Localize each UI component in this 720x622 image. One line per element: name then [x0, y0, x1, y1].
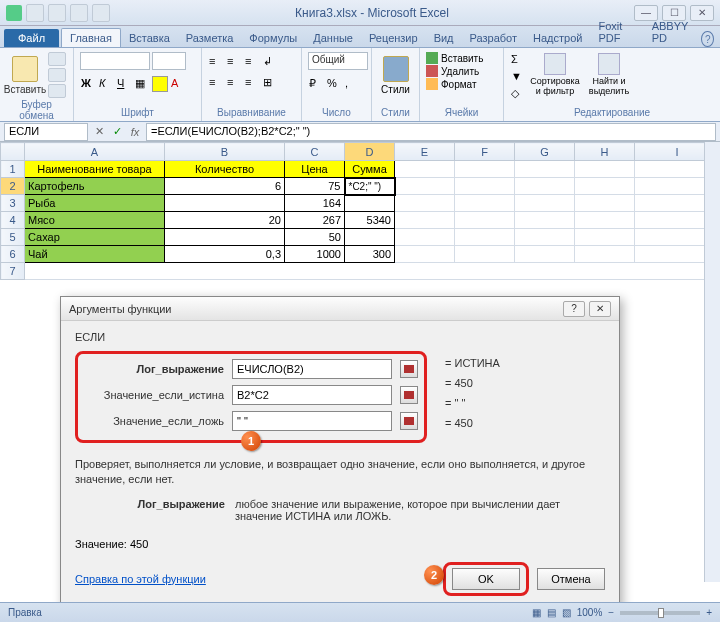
- formula-input[interactable]: =ЕСЛИ(ЕЧИСЛО(B2);B2*C2;" "): [146, 123, 716, 141]
- cell[interactable]: [395, 195, 455, 212]
- tab-abbyy[interactable]: ABBYY PD: [644, 17, 702, 47]
- cell[interactable]: 50: [285, 229, 345, 246]
- cell[interactable]: [165, 229, 285, 246]
- cell[interactable]: [165, 195, 285, 212]
- align-top-icon[interactable]: ≡: [208, 54, 224, 70]
- qat-customize-icon[interactable]: [92, 4, 110, 22]
- autosum-icon[interactable]: Σ: [510, 52, 526, 68]
- align-left-icon[interactable]: ≡: [208, 75, 224, 91]
- zoom-level[interactable]: 100%: [577, 607, 603, 618]
- comma-icon[interactable]: ,: [344, 76, 360, 92]
- cell[interactable]: [455, 161, 515, 178]
- align-center-icon[interactable]: ≡: [226, 75, 242, 91]
- dialog-titlebar[interactable]: Аргументы функции ? ✕: [61, 297, 619, 321]
- fill-icon[interactable]: ▼: [510, 69, 526, 85]
- header-cell[interactable]: Количество: [165, 161, 285, 178]
- cell[interactable]: [395, 178, 455, 195]
- merge-icon[interactable]: ⊞: [262, 75, 278, 91]
- row-header[interactable]: 2: [1, 178, 25, 195]
- zoom-in-button[interactable]: +: [706, 607, 712, 618]
- cell[interactable]: [395, 229, 455, 246]
- tab-insert[interactable]: Вставка: [121, 29, 178, 47]
- col-header-E[interactable]: E: [395, 143, 455, 161]
- tab-home[interactable]: Главная: [61, 28, 121, 47]
- cell[interactable]: 300: [345, 246, 395, 263]
- cell[interactable]: Мясо: [25, 212, 165, 229]
- cell[interactable]: [575, 161, 635, 178]
- col-header-C[interactable]: C: [285, 143, 345, 161]
- cell[interactable]: [515, 246, 575, 263]
- row-header[interactable]: 6: [1, 246, 25, 263]
- font-size-input[interactable]: [152, 52, 186, 70]
- currency-icon[interactable]: ₽: [308, 76, 324, 92]
- cell[interactable]: 0,3: [165, 246, 285, 263]
- cell[interactable]: [345, 229, 395, 246]
- cell[interactable]: 20: [165, 212, 285, 229]
- paste-button[interactable]: Вставить: [6, 52, 44, 98]
- qat-redo-icon[interactable]: [70, 4, 88, 22]
- tab-addins[interactable]: Надстрой: [525, 29, 590, 47]
- help-icon[interactable]: ?: [701, 31, 714, 47]
- cancel-formula-icon[interactable]: ✕: [92, 125, 106, 139]
- view-break-icon[interactable]: ▧: [562, 607, 571, 618]
- tab-foxit[interactable]: Foxit PDF: [590, 17, 643, 47]
- col-header-H[interactable]: H: [575, 143, 635, 161]
- cell[interactable]: 75: [285, 178, 345, 195]
- tab-review[interactable]: Рецензир: [361, 29, 426, 47]
- arg1-input[interactable]: [232, 359, 392, 379]
- cell[interactable]: 1000: [285, 246, 345, 263]
- underline-icon[interactable]: Ч: [116, 76, 132, 92]
- align-right-icon[interactable]: ≡: [244, 75, 260, 91]
- cell[interactable]: [575, 195, 635, 212]
- col-header-D[interactable]: D: [345, 143, 395, 161]
- font-color-icon[interactable]: A: [170, 76, 186, 92]
- sort-filter-button[interactable]: Сортировка и фильтр: [530, 52, 580, 98]
- header-cell[interactable]: Сумма: [345, 161, 395, 178]
- cell[interactable]: [395, 246, 455, 263]
- cut-icon[interactable]: [48, 52, 66, 66]
- align-mid-icon[interactable]: ≡: [226, 54, 242, 70]
- cell[interactable]: [345, 195, 395, 212]
- view-normal-icon[interactable]: ▦: [532, 607, 541, 618]
- tab-view[interactable]: Вид: [426, 29, 462, 47]
- delete-cells-button[interactable]: Удалить: [426, 65, 479, 77]
- cell[interactable]: Рыба: [25, 195, 165, 212]
- align-bot-icon[interactable]: ≡: [244, 54, 260, 70]
- clear-icon[interactable]: ◇: [510, 86, 526, 102]
- cell[interactable]: 5340: [345, 212, 395, 229]
- row-header[interactable]: 1: [1, 161, 25, 178]
- copy-icon[interactable]: [48, 68, 66, 82]
- cell[interactable]: [515, 229, 575, 246]
- cell[interactable]: [515, 178, 575, 195]
- row-header[interactable]: 3: [1, 195, 25, 212]
- row-header[interactable]: 4: [1, 212, 25, 229]
- cell[interactable]: [455, 178, 515, 195]
- cell[interactable]: Сахар: [25, 229, 165, 246]
- tab-layout[interactable]: Разметка: [178, 29, 242, 47]
- cancel-button[interactable]: Отмена: [537, 568, 605, 590]
- qat-save-icon[interactable]: [26, 4, 44, 22]
- cell[interactable]: Картофель: [25, 178, 165, 195]
- active-cell[interactable]: *C2;" "): [345, 178, 395, 195]
- insert-cells-button[interactable]: Вставить: [426, 52, 483, 64]
- cell[interactable]: 267: [285, 212, 345, 229]
- col-header-G[interactable]: G: [515, 143, 575, 161]
- dialog-close-button[interactable]: ✕: [589, 301, 611, 317]
- col-header-F[interactable]: F: [455, 143, 515, 161]
- help-link[interactable]: Справка по этой функции: [75, 573, 206, 585]
- cell[interactable]: [575, 229, 635, 246]
- cell[interactable]: [455, 229, 515, 246]
- cell[interactable]: [395, 212, 455, 229]
- fill-color-icon[interactable]: [152, 76, 168, 92]
- row-header[interactable]: 5: [1, 229, 25, 246]
- cell[interactable]: [575, 246, 635, 263]
- tab-formulas[interactable]: Формулы: [241, 29, 305, 47]
- select-all-corner[interactable]: [1, 143, 25, 161]
- fx-icon[interactable]: fx: [128, 125, 142, 139]
- ok-button[interactable]: OK: [452, 568, 520, 590]
- format-cells-button[interactable]: Формат: [426, 78, 477, 90]
- cell[interactable]: [25, 263, 720, 280]
- view-layout-icon[interactable]: ▤: [547, 607, 556, 618]
- row-header[interactable]: 7: [1, 263, 25, 280]
- col-header-B[interactable]: B: [165, 143, 285, 161]
